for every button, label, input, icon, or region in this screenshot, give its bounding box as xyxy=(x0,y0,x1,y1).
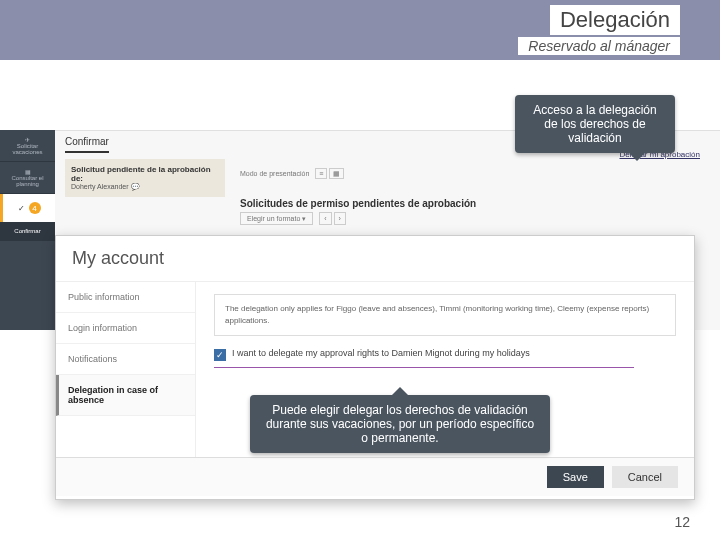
nav-next-icon[interactable]: › xyxy=(334,212,346,225)
page-subtitle: Reservado al mánager xyxy=(518,37,680,55)
sidebar-item-confirm[interactable]: ✓ 4 xyxy=(0,194,55,222)
delegate-checkbox-row[interactable]: ✓ I want to delegate my approval rights … xyxy=(214,348,634,368)
nav-login-info[interactable]: Login information xyxy=(56,313,195,344)
checkbox-checked-icon[interactable]: ✓ xyxy=(214,349,226,361)
badge-count: 4 xyxy=(29,202,41,214)
info-box: The delegation only applies for Figgo (l… xyxy=(214,294,676,336)
slide-header: Delegación Reservado al mánager xyxy=(0,0,720,60)
paper-plane-icon: ✈ xyxy=(2,136,53,143)
app-sidebar: ✈ Solicitar vacaciones ▦ Consultar el pl… xyxy=(0,130,55,330)
sidebar-label: Solicitar vacaciones xyxy=(2,143,53,155)
save-button[interactable]: Save xyxy=(547,466,604,488)
nav-delegation[interactable]: Delegation in case of absence xyxy=(56,375,195,416)
sidebar-item-confirm-label[interactable]: Confirmar xyxy=(0,222,55,241)
callout-access: Acceso a la delegación de los derechos d… xyxy=(515,95,675,153)
sidebar-label: Consultar el planning xyxy=(2,175,53,187)
sidebar-item-planning[interactable]: ▦ Consultar el planning xyxy=(0,162,55,194)
calendar-icon: ▦ xyxy=(2,168,53,175)
nav-public-info[interactable]: Public information xyxy=(56,282,195,313)
nav-prev-icon[interactable]: ‹ xyxy=(319,212,331,225)
checkbox-label: I want to delegate my approval rights to… xyxy=(232,348,530,358)
mode-label: Modo de presentación xyxy=(240,170,309,177)
check-icon: ✓ xyxy=(18,204,25,213)
card-name: Doherty Alexander xyxy=(71,183,129,190)
view-toggle-list-icon[interactable]: ≡ xyxy=(315,168,327,179)
cancel-button[interactable]: Cancel xyxy=(612,466,678,488)
modal-footer: Save Cancel xyxy=(56,457,694,496)
sidebar-item-request[interactable]: ✈ Solicitar vacaciones xyxy=(0,130,55,162)
format-select[interactable]: Elegir un formato ▾ xyxy=(240,212,313,225)
card-title: Solicitud pendiente de la aprobación de: xyxy=(71,165,211,183)
page-title: Delegación xyxy=(550,5,680,35)
my-account-modal: My account Public information Login info… xyxy=(55,235,695,500)
pending-heading: Solicitudes de permiso pendientes de apr… xyxy=(240,198,476,209)
app-right-panel: Modo de presentación ≡ ▦ Solicitudes de … xyxy=(240,170,476,223)
nav-notifications[interactable]: Notifications xyxy=(56,344,195,375)
callout-choose: Puede elegir delegar los derechos de val… xyxy=(250,395,550,453)
modal-title: My account xyxy=(56,236,694,282)
tab-confirm[interactable]: Confirmar xyxy=(65,136,109,153)
modal-nav: Public information Login information Not… xyxy=(56,282,196,457)
view-toggle-grid-icon[interactable]: ▦ xyxy=(329,168,344,179)
chat-icon[interactable]: 💬 xyxy=(131,183,140,190)
pending-card: Solicitud pendiente de la aprobación de:… xyxy=(65,159,225,197)
page-number: 12 xyxy=(674,514,690,530)
